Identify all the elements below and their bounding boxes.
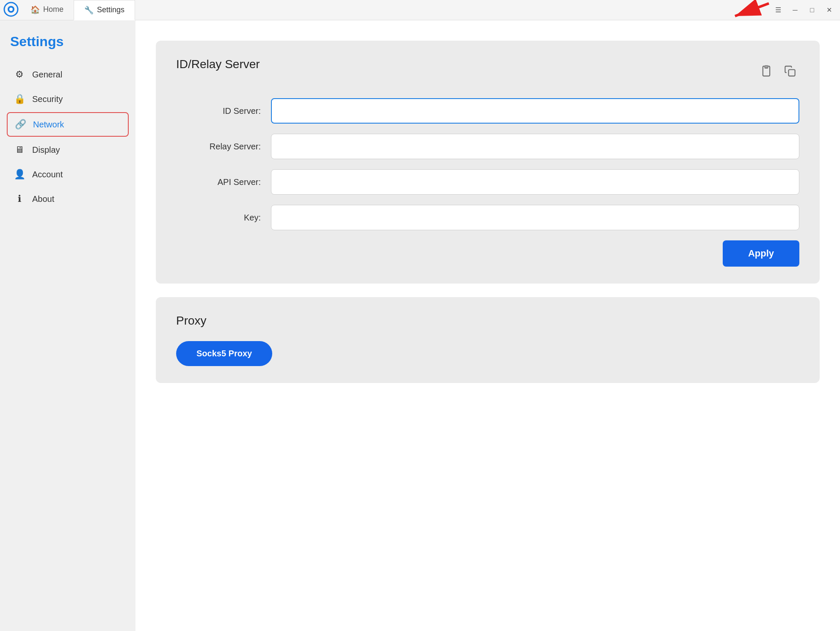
api-server-input[interactable] [271, 169, 799, 195]
menu-button[interactable]: ☰ [771, 3, 786, 18]
socks5-proxy-button[interactable]: Socks5 Proxy [176, 341, 272, 366]
display-icon: 🖥 [14, 144, 25, 155]
sidebar-item-security[interactable]: 🔒 Security [7, 88, 129, 110]
settings-tab-icon: 🔧 [84, 6, 94, 15]
key-input[interactable] [271, 205, 799, 230]
svg-rect-6 [765, 66, 768, 68]
home-icon: 🏠 [30, 5, 40, 14]
lock-icon: 🔒 [14, 94, 25, 105]
sidebar-item-display[interactable]: 🖥 Display [7, 138, 129, 161]
app-logo [3, 2, 19, 19]
window-controls: ☰ ─ □ ✕ [771, 3, 837, 18]
id-server-input[interactable] [271, 98, 799, 124]
main-content: ID/Relay Server [135, 20, 840, 631]
key-label: Key: [176, 213, 261, 223]
sidebar-item-account[interactable]: 👤 Account [7, 163, 129, 186]
api-server-label: API Server: [176, 177, 261, 187]
tab-home[interactable]: 🏠 Home [20, 0, 74, 20]
minimize-icon: ─ [793, 6, 797, 14]
maximize-icon: □ [810, 6, 814, 14]
api-server-row: API Server: [176, 169, 799, 195]
title-bar: 🏠 Home 🔧 Settings ☰ ─ □ [0, 0, 840, 20]
info-icon: ℹ [14, 193, 25, 204]
person-icon: 👤 [14, 169, 25, 180]
tab-settings[interactable]: 🔧 Settings [74, 0, 135, 20]
clipboard-button[interactable] [757, 62, 776, 80]
sidebar-item-network[interactable]: 🔗 Network [7, 112, 129, 137]
link-icon: 🔗 [14, 119, 26, 130]
apply-button[interactable]: Apply [723, 240, 799, 267]
close-icon: ✕ [826, 6, 832, 14]
svg-point-2 [9, 8, 13, 11]
card-title: ID/Relay Server [176, 58, 260, 71]
id-relay-server-card: ID/Relay Server [156, 41, 820, 284]
key-row: Key: [176, 205, 799, 230]
sidebar-item-about[interactable]: ℹ About [7, 187, 129, 210]
relay-server-label: Relay Server: [176, 142, 261, 152]
relay-server-input[interactable] [271, 134, 799, 159]
apply-row: Apply [176, 240, 799, 267]
gear-icon: ⚙ [14, 69, 25, 80]
sidebar: Settings ⚙ General 🔒 Security 🔗 Network … [0, 20, 135, 631]
proxy-card: Proxy Socks5 Proxy [156, 297, 820, 383]
svg-rect-7 [789, 70, 795, 76]
hamburger-icon: ☰ [775, 6, 781, 14]
sidebar-title: Settings [7, 34, 129, 50]
relay-server-row: Relay Server: [176, 134, 799, 159]
minimize-button[interactable]: ─ [788, 3, 803, 18]
close-button[interactable]: ✕ [821, 3, 837, 18]
sidebar-item-general[interactable]: ⚙ General [7, 63, 129, 86]
proxy-card-title: Proxy [176, 314, 799, 328]
id-server-label: ID Server: [176, 106, 261, 116]
id-server-row: ID Server: [176, 98, 799, 124]
app-body: Settings ⚙ General 🔒 Security 🔗 Network … [0, 20, 840, 631]
card-icon-group [757, 62, 799, 80]
maximize-button[interactable]: □ [804, 3, 820, 18]
tab-bar: 🏠 Home 🔧 Settings [20, 0, 771, 20]
card-header: ID/Relay Server [176, 58, 799, 85]
copy-button[interactable] [781, 62, 799, 80]
